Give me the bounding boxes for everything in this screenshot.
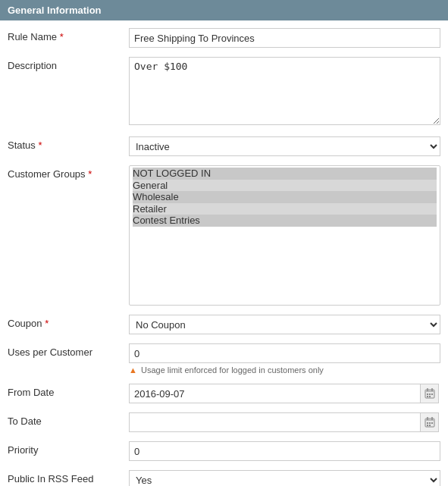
customer-groups-label: Customer Groups * — [8, 165, 129, 180]
coupon-wrap: No CouponSpecific Coupon — [129, 315, 440, 334]
uses-per-customer-wrap: ▲ Usage limit enforced for logged in cus… — [129, 343, 440, 375]
public-rss-row: Public In RSS Feed YesNo — [8, 470, 440, 486]
from-date-wrap — [129, 384, 440, 403]
description-wrap — [129, 57, 440, 127]
panel-title: General Information — [0, 0, 448, 20]
customer-groups-select[interactable]: NOT LOGGED INGeneralWholesaleRetailerCon… — [129, 165, 440, 306]
status-required: * — [38, 140, 42, 151]
panel-title-text: General Information — [8, 5, 102, 16]
uses-per-customer-input[interactable] — [129, 343, 440, 363]
rule-name-wrap — [129, 28, 440, 48]
status-label: Status * — [8, 136, 129, 151]
svg-rect-8 — [429, 396, 431, 397]
from-date-label: From Date — [8, 384, 129, 398]
rule-name-input[interactable] — [129, 28, 440, 48]
description-label: Description — [8, 57, 129, 71]
svg-rect-7 — [427, 396, 428, 397]
public-rss-wrap: YesNo — [129, 470, 440, 486]
general-information-panel: General Information Rule Name * Descript… — [0, 0, 448, 486]
customer-groups-row: Customer Groups * NOT LOGGED INGeneralWh… — [8, 165, 440, 306]
to-date-wrap — [129, 412, 440, 432]
warning-icon: ▲ — [129, 365, 137, 375]
from-date-row: From Date — [8, 384, 440, 403]
svg-rect-1 — [425, 390, 434, 392]
rule-name-row: Rule Name * — [8, 28, 440, 48]
from-date-input[interactable] — [129, 384, 421, 403]
coupon-row: Coupon * No CouponSpecific Coupon — [8, 315, 440, 334]
status-select[interactable]: ActiveInactive — [129, 136, 440, 156]
priority-input[interactable] — [129, 441, 440, 461]
svg-rect-16 — [427, 425, 428, 426]
coupon-select[interactable]: No CouponSpecific Coupon — [129, 315, 440, 334]
coupon-label: Coupon * — [8, 315, 129, 329]
coupon-required: * — [45, 318, 49, 329]
to-date-row: To Date — [8, 412, 440, 432]
rule-name-required: * — [60, 31, 64, 42]
customer-groups-wrap: NOT LOGGED INGeneralWholesaleRetailerCon… — [129, 165, 440, 306]
description-row: Description — [8, 57, 440, 127]
priority-wrap — [129, 441, 440, 461]
svg-rect-6 — [431, 394, 433, 395]
svg-rect-4 — [427, 394, 428, 395]
status-row: Status * ActiveInactive — [8, 136, 440, 156]
status-wrap: ActiveInactive — [129, 136, 440, 156]
svg-rect-5 — [429, 394, 431, 395]
rule-name-label: Rule Name * — [8, 28, 129, 42]
svg-rect-10 — [425, 419, 434, 421]
svg-rect-14 — [429, 422, 431, 424]
priority-label: Priority — [8, 441, 129, 456]
uses-per-customer-row: Uses per Customer ▲ Usage limit enforced… — [8, 343, 440, 375]
public-rss-select[interactable]: YesNo — [129, 470, 440, 486]
svg-rect-13 — [427, 422, 428, 424]
svg-rect-15 — [431, 422, 433, 424]
from-date-calendar-icon[interactable] — [421, 384, 439, 403]
to-date-label: To Date — [8, 412, 129, 427]
uses-per-customer-label: Uses per Customer — [8, 343, 129, 358]
usage-notice: ▲ Usage limit enforced for logged in cus… — [129, 365, 440, 375]
to-date-input[interactable] — [129, 412, 421, 432]
priority-row: Priority — [8, 441, 440, 461]
description-textarea[interactable] — [129, 57, 440, 125]
to-date-calendar-icon[interactable] — [421, 412, 439, 432]
svg-rect-17 — [429, 425, 431, 426]
customer-groups-required: * — [88, 168, 92, 180]
public-rss-label: Public In RSS Feed — [8, 470, 129, 484]
